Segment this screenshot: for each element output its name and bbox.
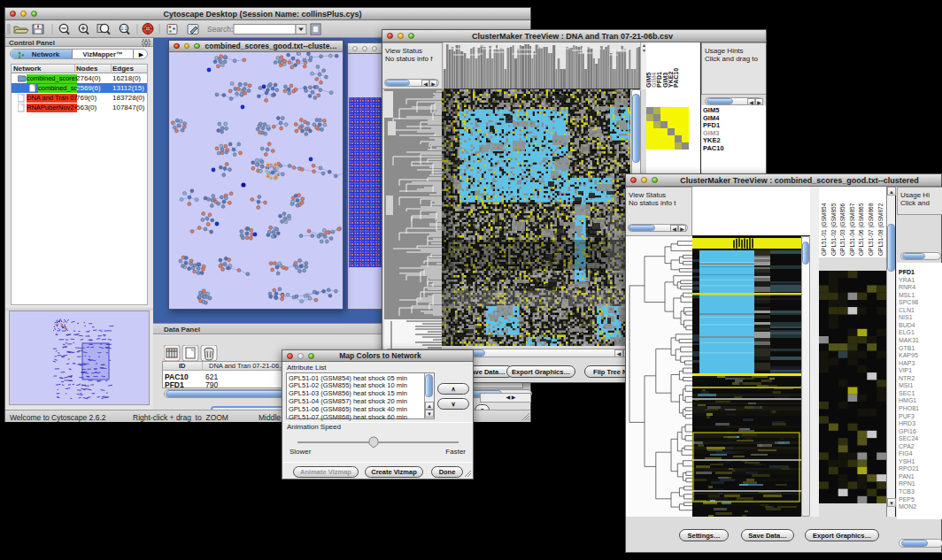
svg-text:GPL51-06 (GSM865: GPL51-06 (GSM865 [858, 203, 865, 256]
svg-text:Search:: Search: [207, 25, 233, 34]
svg-text:GPL51-02 (GSM855: GPL51-02 (GSM855 [830, 203, 838, 256]
svg-text:GPL51-01 (GSM854: GPL51-01 (GSM854 [821, 203, 828, 256]
svg-text:GPL51-03 (GSM856: GPL51-03 (GSM856 [839, 203, 846, 256]
svg-text:GPL51-07 (GSM868: GPL51-07 (GSM868 [868, 203, 875, 256]
svg-text:PAC10: PAC10 [673, 68, 679, 88]
svg-text:1:1: 1:1 [121, 26, 127, 31]
svg-text:GPL51-08 (GSM872: GPL51-08 (GSM872 [877, 203, 884, 256]
svg-text:GPL51-04 (GSM857: GPL51-04 (GSM857 [849, 203, 856, 256]
